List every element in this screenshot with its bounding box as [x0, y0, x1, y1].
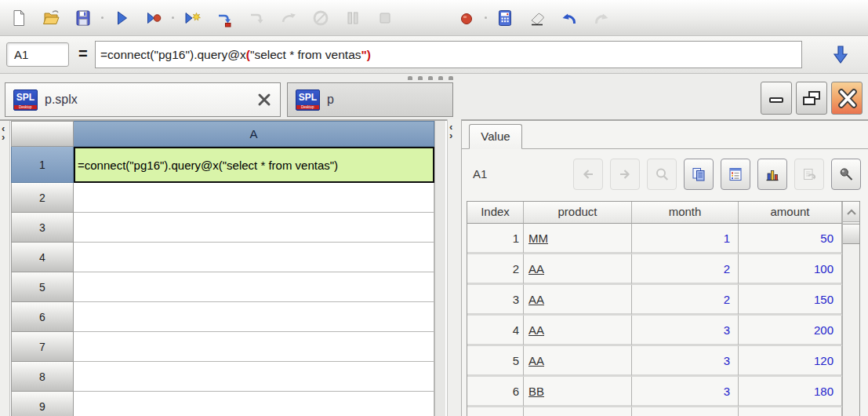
tab-value[interactable]: Value [469, 124, 522, 149]
product-link[interactable]: MM [528, 232, 548, 245]
cell-product[interactable]: AA [524, 346, 632, 377]
cell-a8[interactable] [74, 362, 434, 392]
column-header-product[interactable]: product [524, 202, 632, 224]
cell-a6[interactable] [74, 302, 434, 332]
cell-amount[interactable]: 50 [739, 224, 842, 254]
minimize-button[interactable] [761, 82, 792, 115]
cell-month[interactable]: 2 [632, 254, 739, 285]
next-value-button[interactable] [610, 159, 640, 190]
cell-month[interactable]: 3 [632, 316, 739, 346]
row-header-7[interactable]: 7 [11, 332, 74, 362]
chart-button[interactable] [757, 159, 787, 190]
collapse-handles[interactable]: ‹› [2, 124, 5, 141]
prev-value-button[interactable] [573, 159, 603, 190]
cell-product[interactable]: MM [524, 224, 632, 254]
cell-amount[interactable]: 150 [739, 285, 842, 316]
redo-button[interactable] [592, 9, 611, 27]
close-window-button[interactable] [831, 82, 863, 115]
run-button[interactable] [112, 9, 131, 27]
grid-scroll-track[interactable] [434, 121, 445, 416]
cell-product[interactable]: AA [524, 316, 632, 346]
cell-month[interactable]: 1 [632, 224, 739, 254]
edit-value-button[interactable] [794, 159, 824, 190]
collapse-handles[interactable]: ‹› [449, 122, 452, 140]
column-header-index[interactable]: Index [467, 202, 524, 224]
debug-run-button[interactable] [144, 9, 163, 27]
step-over-icon [215, 9, 234, 27]
step-into-button[interactable] [279, 9, 298, 27]
result-table-header: Index product month amount [467, 202, 859, 224]
cell-a4[interactable] [74, 243, 434, 272]
step-over-button[interactable] [215, 9, 234, 27]
zoom-value-button[interactable] [647, 159, 677, 190]
splitter-grip-dots[interactable] [408, 76, 453, 80]
tab-p[interactable]: SPL Desktop p [287, 82, 453, 117]
clear-button[interactable] [528, 9, 547, 27]
expand-formula-button[interactable] [823, 40, 858, 70]
scrollbar-thumb[interactable] [843, 224, 859, 244]
row-header-4[interactable]: 4 [11, 243, 74, 272]
cell-amount[interactable]: 100 [739, 254, 842, 285]
panel-splitter[interactable]: ‹› [447, 119, 461, 416]
cell-a7[interactable] [74, 332, 434, 362]
product-link[interactable]: AA [528, 262, 544, 276]
column-header-amount[interactable]: amount [739, 202, 842, 224]
pin-button[interactable] [831, 159, 861, 190]
product-link[interactable]: BB [528, 385, 544, 398]
cell-index[interactable]: 1 [467, 224, 524, 254]
stop-button[interactable] [376, 9, 394, 27]
restore-button[interactable] [796, 82, 827, 115]
product-link[interactable]: AA [528, 323, 544, 337]
breakpoint-button[interactable] [457, 9, 476, 27]
cell-a3[interactable] [74, 213, 434, 243]
cell-month[interactable]: 3 [632, 346, 739, 377]
cell-month[interactable]: 3 [632, 377, 739, 407]
cell-a2[interactable] [74, 183, 434, 213]
calculator-button[interactable] [496, 9, 514, 27]
formula-input[interactable]: =connect("pg16").query@x("select * from … [95, 41, 802, 68]
cell-amount[interactable]: 180 [739, 377, 842, 407]
cell-index[interactable]: 6 [467, 377, 524, 407]
column-header-a[interactable]: A [74, 121, 434, 147]
cell-index[interactable]: 4 [467, 316, 524, 346]
row-header-8[interactable]: 8 [11, 362, 74, 392]
copy-data-button[interactable] [684, 159, 714, 190]
cell-product[interactable]: AA [524, 285, 632, 316]
cancel-execution-button[interactable] [311, 9, 330, 27]
column-header-month[interactable]: month [632, 202, 739, 224]
cell-reference-box[interactable]: A1 [6, 42, 69, 67]
cell-index[interactable]: 5 [467, 346, 524, 377]
cell-amount[interactable]: 120 [739, 346, 842, 377]
row-header-1[interactable]: 1 [11, 147, 74, 183]
step-return-button[interactable] [247, 9, 266, 27]
cell-product[interactable]: AA [524, 254, 632, 285]
scroll-up-button[interactable] [843, 202, 859, 222]
cell-index[interactable]: 3 [467, 285, 524, 316]
row-header-3[interactable]: 3 [11, 213, 74, 243]
cell-a5[interactable] [74, 272, 434, 302]
left-splitter[interactable]: ‹› [0, 121, 10, 416]
cell-product[interactable]: BB [524, 377, 632, 407]
close-tab-button[interactable] [256, 92, 272, 108]
row-header-5[interactable]: 5 [11, 272, 74, 302]
cell-amount[interactable]: 200 [739, 316, 842, 346]
pause-button[interactable] [343, 9, 362, 27]
grid-corner-cell[interactable] [11, 121, 74, 147]
new-file-button[interactable] [9, 9, 28, 27]
open-file-button[interactable] [42, 9, 60, 27]
save-file-button[interactable] [74, 9, 93, 27]
tab-p-splx[interactable]: SPL Desktop p.splx [5, 82, 281, 117]
table-scrollbar[interactable] [842, 202, 859, 416]
product-link[interactable]: AA [528, 354, 544, 367]
row-header-2[interactable]: 2 [11, 183, 74, 213]
cell-month[interactable]: 2 [632, 285, 739, 316]
row-header-6[interactable]: 6 [11, 302, 74, 332]
undo-button[interactable] [560, 9, 579, 27]
data-options-button[interactable] [721, 159, 750, 190]
cell-index[interactable]: 2 [467, 254, 524, 285]
row-header-9[interactable]: 9 [11, 392, 74, 416]
cell-a9[interactable] [74, 392, 434, 416]
run-to-cursor-button[interactable] [183, 9, 202, 27]
cell-a1-selected[interactable]: =connect("pg16").query@x("select * from … [74, 147, 434, 183]
product-link[interactable]: AA [528, 293, 544, 306]
